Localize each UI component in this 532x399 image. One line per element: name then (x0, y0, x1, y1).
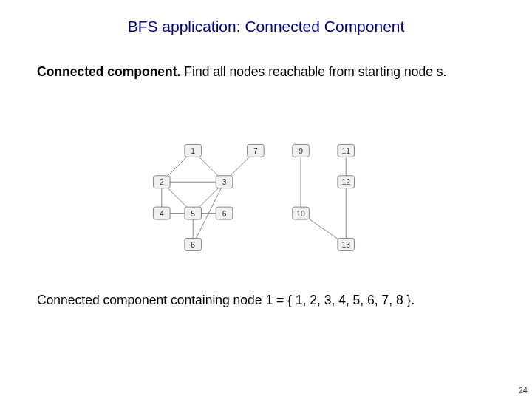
graph-node: 7 (248, 144, 265, 157)
graph-node: 6 (185, 238, 202, 250)
connected-component-result: Connected component containing node 1 = … (37, 293, 495, 308)
graph-node: 11 (338, 144, 355, 157)
graph-node: 4 (154, 207, 171, 219)
graph-node-label: 6 (191, 241, 195, 249)
graph-node-label: 2 (160, 178, 164, 186)
graph-node: 2 (154, 176, 171, 188)
graph-node-label: 12 (341, 178, 350, 186)
definition-line: Connected component. Find all nodes reac… (37, 64, 495, 81)
graph-node: 6 (216, 207, 233, 219)
graph-node-label: 11 (341, 147, 350, 155)
slide: BFS application: Connected Component Con… (0, 0, 532, 399)
graph-node: 1 (185, 144, 202, 157)
graph-node: 13 (338, 238, 355, 250)
page-number: 24 (519, 386, 528, 395)
graph-node-label: 10 (296, 210, 305, 218)
graph-node-label: 7 (253, 147, 258, 155)
graph-node: 12 (338, 176, 355, 188)
definition-term: Connected component. (37, 64, 180, 79)
graph-node-label: 3 (222, 178, 227, 186)
graph-node-label: 1 (191, 147, 195, 155)
graph-node-label: 5 (191, 210, 195, 218)
graph-node: 5 (185, 207, 202, 219)
slide-title: BFS application: Connected Component (0, 18, 532, 35)
graph-node-label: 13 (341, 241, 350, 249)
graph-node-label: 6 (222, 210, 227, 218)
graph-node: 9 (293, 144, 310, 157)
graph-node-label: 9 (299, 147, 303, 155)
graph-node-label: 4 (160, 210, 164, 218)
graph-node: 10 (293, 207, 310, 219)
graph-svg: 12345676910111213 (139, 137, 393, 256)
graph-diagram: 12345676910111213 (139, 137, 393, 256)
definition-text: Find all nodes reachable from starting n… (180, 64, 446, 79)
graph-node: 3 (216, 176, 233, 188)
